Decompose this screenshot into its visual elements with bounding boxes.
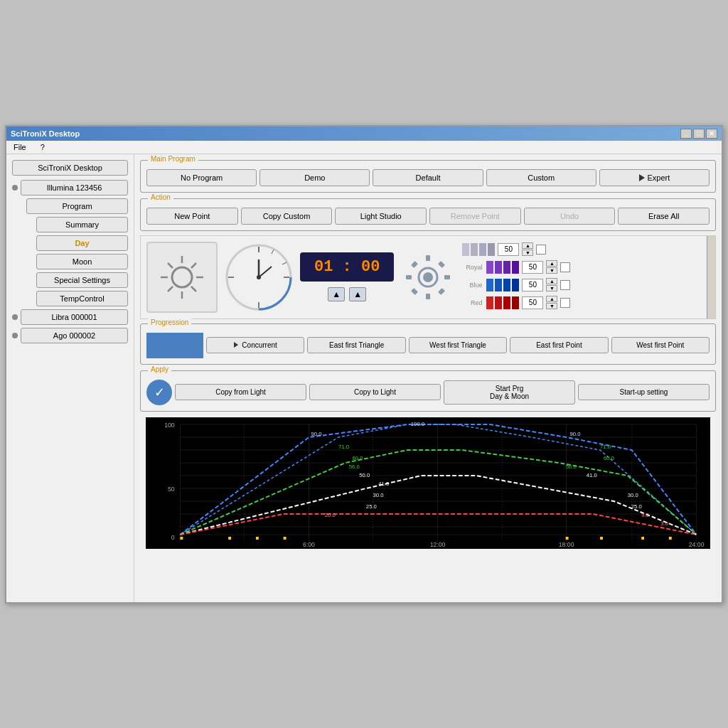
royal-bar-3	[503, 261, 510, 274]
white-checkbox[interactable]	[536, 245, 546, 255]
btn-west-first-point[interactable]: West first Point	[611, 337, 710, 353]
btn-expert[interactable]: Expert	[599, 169, 710, 186]
timer-up-1[interactable]: ▲	[328, 287, 345, 301]
royal-spin-up[interactable]: ▲	[546, 260, 557, 267]
btn-default[interactable]: Default	[373, 169, 483, 186]
sidebar-top-btn[interactable]: SciTroniX Desktop	[12, 160, 128, 176]
red-checkbox[interactable]	[560, 298, 570, 308]
red-value[interactable]	[522, 296, 543, 309]
btn-startup-setting[interactable]: Start-up setting	[578, 384, 710, 400]
sidebar-program[interactable]: Program	[26, 198, 128, 214]
blue-spinner: ▲ ▼	[546, 278, 557, 291]
svg-text:41.0: 41.0	[378, 480, 390, 486]
btn-copy-from-light[interactable]: Copy from Light	[175, 384, 306, 400]
minimize-btn[interactable]: _	[680, 129, 692, 139]
svg-line-7	[168, 287, 173, 291]
btn-copy-custom[interactable]: Copy Custom	[241, 208, 333, 225]
menu-help[interactable]: ?	[38, 142, 48, 152]
sidebar-summary[interactable]: Summary	[36, 217, 128, 232]
svg-text:30.0: 30.0	[628, 491, 639, 498]
scroll-bar[interactable]	[707, 236, 715, 318]
svg-text:71.0: 71.0	[338, 443, 350, 449]
color-row-red: Red ▲ ▼	[462, 295, 698, 311]
btn-new-point[interactable]: New Point	[146, 208, 238, 225]
sidebar-special[interactable]: Special Settings	[36, 272, 128, 288]
sidebar-day[interactable]: Day	[36, 235, 128, 251]
progression-color-block	[146, 333, 203, 358]
royal-bars	[486, 261, 519, 274]
close-btn[interactable]: ✕	[706, 129, 717, 139]
sidebar-libra[interactable]: Libra 000001	[21, 309, 128, 325]
gear-area	[400, 242, 456, 313]
sidebar-illumina[interactable]: Illumina 123456	[21, 180, 128, 196]
blue-spin-up[interactable]: ▲	[546, 278, 557, 284]
timer-section: 01 : 00 ▲ ▲	[300, 242, 394, 313]
sidebar-tempcontrol[interactable]: TempControl	[36, 291, 128, 306]
btn-copy-to-light[interactable]: Copy to Light	[309, 384, 441, 400]
btn-erase-all[interactable]: Erase All	[618, 208, 710, 225]
btn-east-first-point[interactable]: East first Point	[510, 337, 608, 353]
checkmark-btn[interactable]: ✓	[146, 380, 172, 405]
svg-line-6	[191, 263, 196, 268]
blue-bar-2	[495, 279, 502, 291]
svg-rect-24	[426, 294, 430, 299]
sidebar-moon[interactable]: Moon	[36, 254, 128, 269]
svg-point-20	[257, 275, 261, 279]
menu-file[interactable]: File	[11, 142, 29, 152]
btn-custom[interactable]: Custom	[486, 169, 596, 186]
btn-east-first-triangle[interactable]: East first Triangle	[307, 337, 405, 353]
sidebar-ago[interactable]: Ago 000002	[21, 328, 128, 343]
maximize-btn[interactable]: □	[693, 129, 705, 139]
main-window: SciTroniX Desktop _ □ ✕ File ? SciTroniX…	[5, 125, 723, 604]
blue-spin-down[interactable]: ▼	[546, 285, 557, 291]
svg-text:12:00: 12:00	[430, 540, 446, 547]
title-bar: SciTroniX Desktop _ □ ✕	[6, 127, 722, 141]
svg-text:6:00: 6:00	[303, 540, 315, 547]
svg-rect-30	[438, 288, 445, 295]
svg-text:56.0: 56.0	[566, 463, 577, 469]
red-spin-up[interactable]: ▲	[546, 296, 557, 302]
royal-value[interactable]	[522, 261, 543, 274]
svg-rect-61	[284, 537, 287, 540]
blue-value[interactable]	[522, 279, 543, 291]
tree-libra: Libra 000001	[12, 309, 128, 325]
white-spin-down[interactable]: ▼	[522, 250, 533, 256]
royal-checkbox[interactable]	[560, 262, 570, 272]
svg-text:0: 0	[171, 533, 175, 540]
white-bars	[462, 243, 495, 256]
svg-text:3.0: 3.0	[660, 520, 668, 526]
svg-text:18:00: 18:00	[559, 540, 574, 547]
btn-undo[interactable]: Undo	[524, 208, 616, 225]
btn-no-program[interactable]: No Program	[146, 169, 257, 186]
red-spin-down[interactable]: ▼	[546, 303, 557, 309]
btn-start-prg[interactable]: Start Prg Day & Moon	[444, 380, 575, 405]
royal-spinner: ▲ ▼	[546, 260, 557, 274]
tree-dot-3	[12, 333, 18, 338]
btn-concurrent[interactable]: Concurrent	[206, 337, 304, 353]
tree-dot-2	[12, 314, 18, 320]
svg-text:90.0: 90.0	[569, 430, 581, 437]
svg-line-17	[282, 262, 287, 264]
btn-light-studio[interactable]: Light Studio	[335, 208, 427, 225]
timer-display: 01 : 00	[300, 252, 394, 282]
red-bar-1	[486, 296, 493, 309]
menu-bar: File ?	[6, 141, 722, 154]
btn-remove-point[interactable]: Remove Point	[429, 208, 521, 225]
svg-text:50: 50	[168, 485, 175, 492]
svg-rect-64	[641, 537, 644, 540]
blue-checkbox[interactable]	[560, 280, 570, 290]
btn-demo[interactable]: Demo	[259, 169, 370, 186]
btn-west-first-triangle[interactable]: West first Triangle	[409, 337, 507, 353]
content-area: Main Program No Program Demo Default Cus…	[134, 154, 722, 602]
white-spin-up[interactable]: ▲	[522, 242, 533, 249]
royal-spin-down[interactable]: ▼	[546, 267, 557, 274]
main-program-group: Main Program No Program Demo Default Cus…	[140, 160, 716, 193]
blue-label: Blue	[462, 282, 482, 289]
red-label: Red	[462, 299, 482, 306]
svg-text:30.0: 30.0	[373, 491, 385, 498]
timer-up-2[interactable]: ▲	[349, 287, 366, 301]
sun-svg	[157, 252, 207, 302]
color-row-blue: Blue ▲ ▼	[462, 277, 698, 293]
white-value[interactable]	[498, 243, 519, 256]
white-bar-3	[479, 243, 486, 256]
